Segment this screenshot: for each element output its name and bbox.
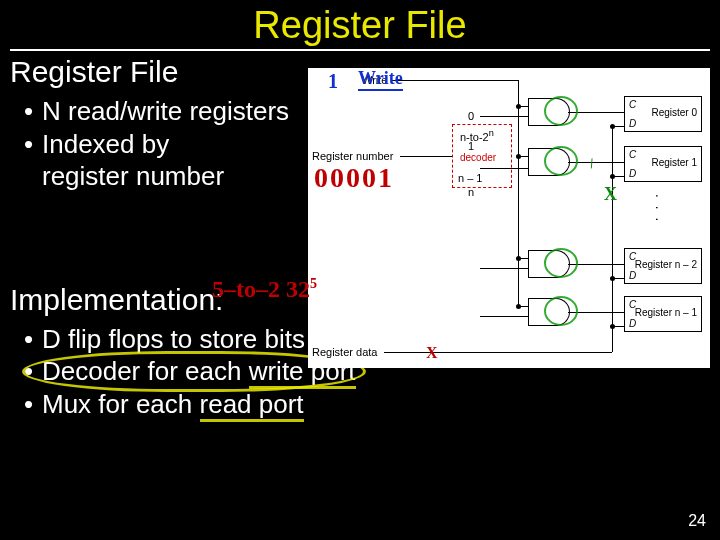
wire-regdata: [384, 352, 612, 353]
node-dot: [610, 324, 615, 329]
bullet-dot: •: [24, 95, 42, 128]
node-dot: [516, 104, 521, 109]
wire-out-0: [568, 112, 624, 113]
title-underline: [10, 49, 710, 51]
register-n-1: C D Register n – 1: [624, 296, 702, 332]
annotation-write: Write: [358, 68, 403, 91]
bullet-text-line2: register number: [42, 161, 224, 191]
wire-out-3: [568, 312, 624, 313]
wire-regnum: [400, 156, 452, 157]
label-idx-n: n: [468, 186, 474, 198]
register-file-diagram: Write Register number n-to-2n decoder 0 …: [308, 68, 710, 368]
reg-name: Register 0: [651, 107, 697, 118]
and-gate-1: [528, 148, 570, 176]
annotation-binary-00001: 00001: [314, 162, 394, 194]
reg-name: Register 1: [651, 157, 697, 168]
label-decoder-word: decoder: [460, 152, 496, 163]
reg-d: D: [629, 270, 636, 281]
reg-name: Register n – 1: [635, 307, 697, 318]
node-dot: [610, 276, 615, 281]
annotation-slash-1: /: [588, 156, 596, 172]
decoder-exp: n: [489, 128, 494, 138]
label-decoder-top: n-to-2n: [460, 128, 494, 143]
label-idx-0: 0: [468, 110, 474, 122]
register-0: C D Register 0: [624, 96, 702, 132]
bullet-decoder-pre: Decoder for each: [42, 356, 249, 386]
bullet-mux-pre: Mux for each: [42, 389, 200, 419]
annotation-exp-5: 5: [310, 276, 317, 291]
bullet-dot: •: [24, 128, 42, 161]
page-number: 24: [688, 512, 706, 530]
annotation-x-red: X: [426, 344, 438, 362]
annotation-x: X: [604, 184, 617, 205]
reg-d: D: [629, 118, 636, 129]
wire-dec-1: [480, 168, 528, 169]
reg-d: D: [629, 318, 636, 329]
wire-write: [392, 80, 518, 81]
and-gate-n-1: [528, 298, 570, 326]
bullet-dot: •: [24, 323, 42, 356]
bullet-dot: •: [24, 388, 42, 421]
decoder-n-to-2: n-to-2: [460, 131, 489, 143]
annotation-5-to-2: 5–to–2 32: [212, 276, 310, 302]
wire-write-vertical: [518, 80, 519, 308]
wire-dec-0: [480, 116, 528, 117]
slide: Register File Register File • N read/wri…: [0, 0, 720, 540]
register-n-2: C D Register n – 2: [624, 248, 702, 284]
vertical-ellipsis: · · ·: [650, 194, 666, 223]
bullet-mux: • Mux for each read port: [24, 388, 720, 421]
label-idx-nminus1: n – 1: [458, 172, 482, 184]
annotation-5-to-32: 5–to–2 325: [212, 276, 317, 303]
wire-regdata-vertical: [612, 126, 613, 352]
wire-dec-n2: [480, 268, 528, 269]
highlight-read-port: read port: [200, 389, 304, 422]
annotation-one: 1: [328, 70, 338, 93]
node-dot: [516, 256, 521, 261]
bullet-text: Mux for each read port: [42, 388, 720, 421]
wire-out-2: [568, 264, 624, 265]
bullet-text-line1: Indexed by: [42, 129, 169, 159]
label-idx-1: 1: [468, 140, 474, 152]
node-dot: [610, 124, 615, 129]
reg-c: C: [629, 149, 636, 160]
reg-c: C: [629, 99, 636, 110]
register-1: C D Register 1: [624, 146, 702, 182]
node-dot: [516, 154, 521, 159]
reg-d: D: [629, 168, 636, 179]
and-gate-n-2: [528, 250, 570, 278]
label-register-data: Register data: [312, 346, 377, 358]
wire-dec-n1: [480, 316, 528, 317]
reg-name: Register n – 2: [635, 259, 697, 270]
label-register-number: Register number: [312, 150, 393, 162]
node-dot: [516, 304, 521, 309]
wire-out-1: [568, 162, 624, 163]
bullet-dot: •: [24, 355, 42, 388]
slide-title: Register File: [0, 0, 720, 47]
and-gate-0: [528, 98, 570, 126]
node-dot: [610, 174, 615, 179]
